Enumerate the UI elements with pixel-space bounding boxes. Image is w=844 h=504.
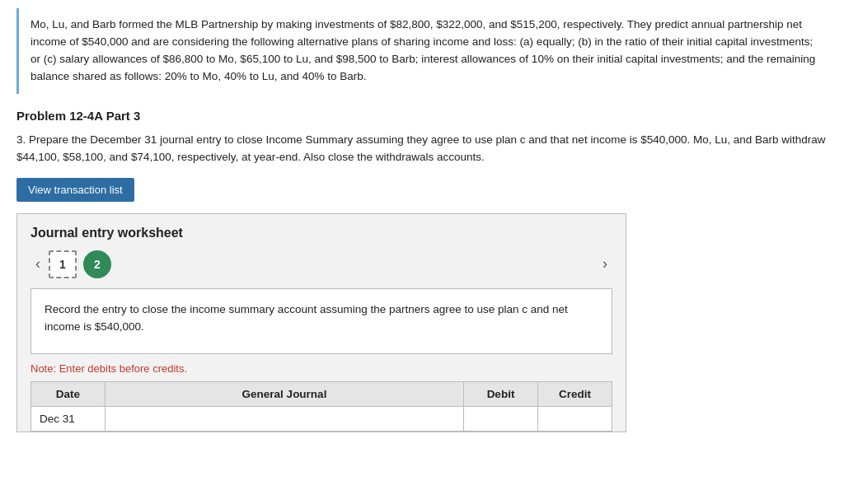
journal-table: Date General Journal Debit Credit Dec 31: [30, 381, 612, 432]
note-text: Note: Enter debits before credits.: [30, 362, 612, 375]
cell-debit[interactable]: [464, 406, 538, 431]
intro-text: Mo, Lu, and Barb formed the MLB Partners…: [30, 18, 815, 82]
cell-journal[interactable]: [106, 406, 464, 431]
col-header-general-journal: General Journal: [106, 381, 464, 406]
problem-body: 3. Prepare the December 31 journal entry…: [16, 131, 828, 166]
entry-description: Record the entry to close the income sum…: [30, 288, 612, 354]
nav-left-arrow[interactable]: ‹: [30, 254, 45, 274]
view-transaction-list-button[interactable]: View transaction list: [16, 178, 134, 202]
nav-right-arrow[interactable]: ›: [598, 254, 612, 274]
worksheet-nav: ‹ 1 2 ›: [30, 250, 612, 278]
col-header-debit: Debit: [464, 381, 538, 406]
intro-text-box: Mo, Lu, and Barb formed the MLB Partners…: [16, 8, 828, 94]
table-header-row: Date General Journal Debit Credit: [31, 381, 612, 406]
worksheet-title: Journal entry worksheet: [30, 226, 612, 240]
problem-title: Problem 12-4A Part 3: [16, 109, 828, 123]
journal-entry-worksheet: Journal entry worksheet ‹ 1 2 › Record t…: [16, 213, 626, 432]
col-header-date: Date: [31, 381, 106, 406]
page-2-button[interactable]: 2: [83, 250, 111, 278]
col-header-credit: Credit: [538, 381, 612, 406]
table-row: Dec 31: [31, 406, 612, 431]
page-1-button[interactable]: 1: [49, 250, 77, 278]
cell-date: Dec 31: [31, 406, 106, 431]
cell-credit[interactable]: [538, 406, 612, 431]
